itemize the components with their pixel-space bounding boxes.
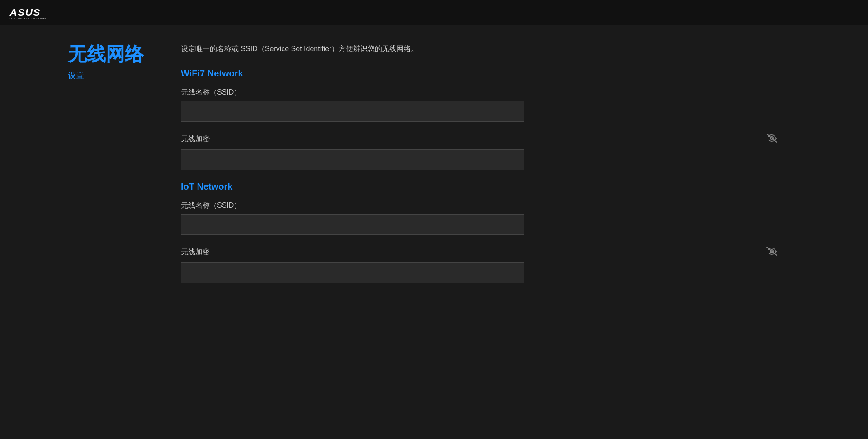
iot-network-block: IoT Network 无线名称（SSID） 无线加密	[181, 181, 778, 283]
iot-password-label-row: 无线加密	[181, 246, 778, 259]
wifi7-ssid-label: 无线名称（SSID）	[181, 88, 778, 97]
left-panel: 无线网络 设置	[0, 43, 167, 295]
wifi7-password-group: 无线加密	[181, 133, 778, 170]
wifi7-toggle-password-icon[interactable]	[766, 133, 778, 146]
top-bar: ASUS IN SEARCH OF INCREDIBLE	[0, 0, 868, 25]
right-panel: 设定唯一的名称或 SSID（Service Set Identifier）方便辨…	[167, 43, 868, 295]
wifi7-password-label: 无线加密	[181, 134, 210, 144]
page-description: 设定唯一的名称或 SSID（Service Set Identifier）方便辨…	[181, 43, 524, 55]
iot-toggle-password-icon[interactable]	[766, 246, 778, 259]
iot-network-title: IoT Network	[181, 181, 778, 192]
wifi7-network-block: WiFi7 Network 无线名称（SSID） 无线加密	[181, 68, 778, 170]
svg-text:IN SEARCH OF INCREDIBLE: IN SEARCH OF INCREDIBLE	[10, 18, 49, 20]
wifi7-ssid-group: 无线名称（SSID）	[181, 88, 778, 122]
iot-password-label: 无线加密	[181, 248, 210, 257]
asus-logo: ASUS IN SEARCH OF INCREDIBLE	[9, 4, 50, 21]
page-title: 无线网络	[68, 43, 167, 66]
svg-text:ASUS: ASUS	[9, 7, 41, 18]
iot-password-group: 无线加密	[181, 246, 778, 283]
asus-logo-svg: ASUS IN SEARCH OF INCREDIBLE	[9, 4, 50, 21]
page-subtitle[interactable]: 设置	[68, 70, 167, 81]
wifi7-network-title: WiFi7 Network	[181, 68, 778, 79]
iot-ssid-group: 无线名称（SSID）	[181, 201, 778, 235]
wifi7-ssid-input[interactable]	[181, 101, 524, 122]
wifi7-password-label-row: 无线加密	[181, 133, 778, 146]
iot-ssid-input[interactable]	[181, 214, 524, 235]
iot-ssid-label: 无线名称（SSID）	[181, 201, 778, 210]
wifi7-password-input[interactable]	[181, 149, 524, 170]
main-content: 无线网络 设置 设定唯一的名称或 SSID（Service Set Identi…	[0, 25, 868, 295]
iot-password-input[interactable]	[181, 262, 524, 283]
